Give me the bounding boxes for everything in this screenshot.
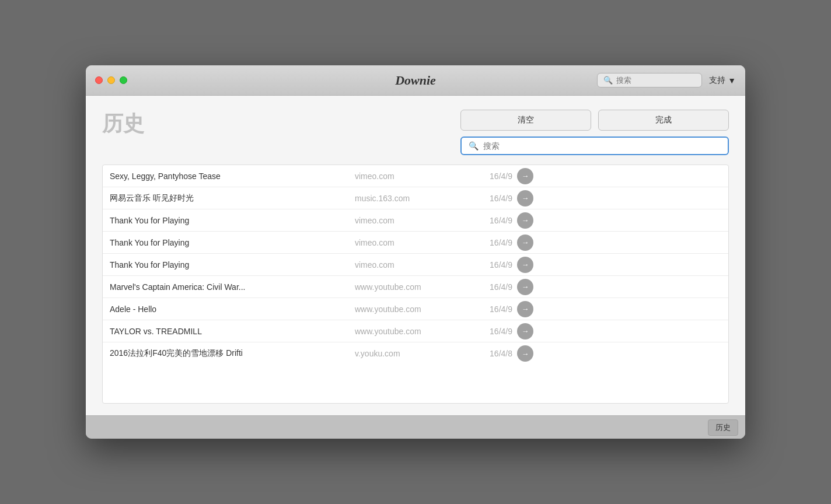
global-search-input[interactable] xyxy=(616,76,696,85)
row-title: 2016法拉利F40完美的雪地漂移 Drifti xyxy=(110,348,355,359)
row-date: 16/4/9 xyxy=(472,216,512,225)
history-tab-button[interactable]: 历史 xyxy=(708,419,738,436)
row-arrow-icon[interactable]: → xyxy=(517,345,533,362)
table-row[interactable]: Adele - Hellowww.youtube.com16/4/9→ xyxy=(103,298,728,320)
history-list: Sexy, Leggy, Pantyhose Teasevimeo.com16/… xyxy=(102,164,729,404)
row-arrow-icon[interactable]: → xyxy=(517,168,533,184)
search-icon: 🔍 xyxy=(603,76,613,85)
close-button[interactable] xyxy=(95,76,103,84)
global-search-bar[interactable]: 🔍 xyxy=(597,73,702,88)
app-title: Downie xyxy=(395,73,436,88)
row-arrow-icon[interactable]: → xyxy=(517,301,533,317)
row-date: 16/4/9 xyxy=(472,327,512,336)
row-domain: v.youku.com xyxy=(355,349,472,358)
history-search-bar[interactable]: 🔍 xyxy=(460,136,729,155)
row-domain: vimeo.com xyxy=(355,238,472,247)
row-title: Sexy, Leggy, Pantyhose Tease xyxy=(110,172,355,181)
table-row[interactable]: 2016法拉利F40完美的雪地漂移 Driftiv.youku.com16/4/… xyxy=(103,342,728,365)
clear-history-button[interactable]: 清空 xyxy=(460,110,591,131)
row-title: Thank You for Playing xyxy=(110,260,355,270)
table-row[interactable]: Sexy, Leggy, Pantyhose Teasevimeo.com16/… xyxy=(103,165,728,187)
row-title: Adele - Hello xyxy=(110,304,355,314)
row-date: 16/4/9 xyxy=(472,282,512,292)
table-row[interactable]: 网易云音乐 听见好时光music.163.com16/4/9→ xyxy=(103,187,728,209)
row-title: Thank You for Playing xyxy=(110,238,355,247)
row-domain: vimeo.com xyxy=(355,172,472,181)
maximize-button[interactable] xyxy=(120,76,127,84)
row-arrow-icon[interactable]: → xyxy=(517,323,533,340)
row-arrow-icon[interactable]: → xyxy=(517,257,533,273)
history-search-input[interactable] xyxy=(483,141,721,150)
row-domain: music.163.com xyxy=(355,194,472,203)
row-date: 16/4/9 xyxy=(472,194,512,203)
titlebar: Downie 🔍 支持 ▼ xyxy=(86,65,745,96)
row-arrow-icon[interactable]: → xyxy=(517,190,533,206)
titlebar-right: 🔍 支持 ▼ xyxy=(597,73,736,88)
row-domain: vimeo.com xyxy=(355,216,472,225)
row-title: Thank You for Playing xyxy=(110,216,355,225)
table-row[interactable]: Marvel's Captain America: Civil War...ww… xyxy=(103,276,728,298)
minimize-button[interactable] xyxy=(107,76,115,84)
row-date: 16/4/9 xyxy=(472,260,512,270)
row-date: 16/4/9 xyxy=(472,172,512,181)
history-header: 历史 清空 完成 🔍 xyxy=(102,110,729,155)
traffic-lights xyxy=(95,76,127,84)
row-domain: www.youtube.com xyxy=(355,282,472,292)
history-search-icon: 🔍 xyxy=(469,141,479,150)
row-title: 网易云音乐 听见好时光 xyxy=(110,193,355,204)
support-button[interactable]: 支持 ▼ xyxy=(709,75,736,86)
row-date: 16/4/9 xyxy=(472,304,512,314)
row-domain: www.youtube.com xyxy=(355,327,472,336)
table-row[interactable]: Thank You for Playingvimeo.com16/4/9→ xyxy=(103,209,728,232)
row-title: TAYLOR vs. TREADMILL xyxy=(110,327,355,336)
row-domain: vimeo.com xyxy=(355,260,472,270)
row-date: 16/4/8 xyxy=(472,349,512,358)
row-title: Marvel's Captain America: Civil War... xyxy=(110,282,355,292)
main-area: 🔍 🔍 ✕ 🔍 ✕ xyxy=(86,96,745,415)
table-row[interactable]: TAYLOR vs. TREADMILLwww.youtube.com16/4/… xyxy=(103,320,728,342)
history-button-row: 清空 完成 xyxy=(460,110,729,131)
row-arrow-icon[interactable]: → xyxy=(517,212,533,229)
table-row[interactable]: Thank You for Playingvimeo.com16/4/9→ xyxy=(103,232,728,254)
done-history-button[interactable]: 完成 xyxy=(598,110,729,131)
main-window: Downie 🔍 支持 ▼ 🔍 xyxy=(86,65,745,439)
history-header-right: 清空 完成 🔍 xyxy=(460,110,729,155)
bottom-bar: 历史 xyxy=(86,415,745,439)
row-domain: www.youtube.com xyxy=(355,304,472,314)
history-title: 历史 xyxy=(102,110,451,138)
row-date: 16/4/9 xyxy=(472,238,512,247)
row-arrow-icon[interactable]: → xyxy=(517,235,533,251)
table-row[interactable]: Thank You for Playingvimeo.com16/4/9→ xyxy=(103,254,728,276)
history-panel: 历史 清空 完成 🔍 Sexy, Leggy, Pantyhose Teasev… xyxy=(86,96,745,415)
row-arrow-icon[interactable]: → xyxy=(517,279,533,295)
